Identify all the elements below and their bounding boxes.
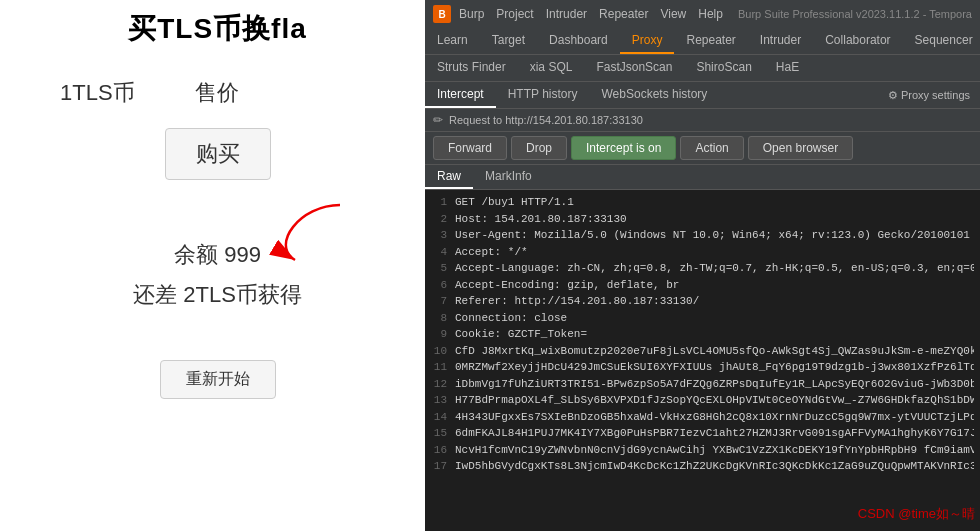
code-line: 4Accept: */* [431,244,974,261]
subtab-raw[interactable]: Raw [425,165,473,189]
code-line: 144H343UFgxxEs7SXIeBnDzoGB5hxaWd-VkHxzG8… [431,409,974,426]
code-line: 7Referer: http://154.201.80.187:33130/ [431,293,974,310]
line-number: 17 [431,458,447,475]
menu-burp[interactable]: Burp [459,7,484,21]
line-content: NcvH1fcmVnC19yZWNvbnN0cnVjdG9ycnAwCihj Y… [455,444,974,456]
line-content: CfD J8MxrtKq_wixBomutzp2020e7uF8jLsVCL4O… [455,345,974,357]
tab-proxy[interactable]: Proxy [620,28,675,54]
code-line: 13H77BdPrmapOXL4f_SLbSy6BXVPXD1fJzSopYQc… [431,392,974,409]
watermark: CSDN @time如～晴 [858,505,975,523]
code-line: 3User-Agent: Mozilla/5.0 (Windows NT 10.… [431,227,974,244]
drop-button[interactable]: Drop [511,136,567,160]
code-line: 12iDbmVg17fUhZiURT3TRI51-BPw6zpSo5A7dFZQ… [431,376,974,393]
tab-target[interactable]: Target [480,28,537,54]
line-content: Accept-Encoding: gzip, deflate, br [455,279,679,291]
request-bar: ✏ Request to http://154.201.80.187:33130 [425,109,980,132]
tab-dashboard[interactable]: Dashboard [537,28,620,54]
intercept-on-button[interactable]: Intercept is on [571,136,676,160]
page-title: 买TLS币换fla [128,10,307,48]
subtab-markinfo[interactable]: MarkInfo [473,165,544,189]
request-url: Request to http://154.201.80.187:33130 [449,114,643,126]
action-button[interactable]: Action [680,136,743,160]
menu-project[interactable]: Project [496,7,533,21]
tab-learn[interactable]: Learn [425,28,480,54]
line-number: 10 [431,343,447,360]
line-content: IwD5hbGVydCgxKTs8L3NjcmIwD4KcDcKc1ZhZ2UK… [455,460,974,472]
tab-hae[interactable]: HaE [764,55,811,81]
window-title: Burp Suite Professional v2023.11.1.2 - T… [738,8,972,20]
line-content: Accept-Language: zh-CN, zh;q=0.8, zh-TW;… [455,262,974,274]
buy-button[interactable]: 购买 [165,128,271,180]
line-number: 2 [431,211,447,228]
line-content: 6dmFKAJL84H1PUJ7MK4IY7XBg0PuHsPBR7IezvC1… [455,427,974,439]
code-line: 110MRZMwf2XeyjjHDcU429JmCSuEkSUI6XYFXIUU… [431,359,974,376]
tab-row-1: Learn Target Dashboard Proxy Repeater In… [425,28,980,55]
forward-button[interactable]: Forward [433,136,507,160]
code-line: 6Accept-Encoding: gzip, deflate, br [431,277,974,294]
tab-struts[interactable]: Struts Finder [425,55,518,81]
tab-websockets[interactable]: WebSockets history [590,82,720,108]
code-line: 17IwD5hbGVydCgxKTs8L3NjcmIwD4KcDcKc1ZhZ2… [431,458,974,475]
sale-label: 售价 [195,78,239,108]
price-label: 1TLS币 [60,78,135,108]
tab-http-history[interactable]: HTTP history [496,82,590,108]
line-content: Connection: close [455,312,567,324]
burp-suite-panel: B Burp Project Intruder Repeater View He… [425,0,980,531]
tab-repeater[interactable]: Repeater [674,28,747,54]
burp-logo: B [433,5,451,23]
line-number: 12 [431,376,447,393]
line-number: 3 [431,227,447,244]
line-number: 6 [431,277,447,294]
titlebar: B Burp Project Intruder Repeater View He… [425,0,980,28]
menu-view[interactable]: View [660,7,686,21]
line-content: GET /buy1 HTTP/1.1 [455,196,574,208]
tab-sequencer[interactable]: Sequencer [903,28,980,54]
open-browser-button[interactable]: Open browser [748,136,853,160]
left-panel: 买TLS币换fla 1TLS币 售价 购买 余额 999 还差 2TLS币获得 … [0,0,435,531]
menu-intruder[interactable]: Intruder [546,7,587,21]
buy-button-wrapper: 购买 [165,128,271,180]
balance-text: 余额 999 [174,240,261,270]
tab-row-2: Struts Finder xia SQL FastJsonScan Shiro… [425,55,980,82]
restart-button[interactable]: 重新开始 [160,360,276,399]
diff-text: 还差 2TLS币获得 [133,280,302,310]
line-number: 8 [431,310,447,327]
tab-sql[interactable]: xia SQL [518,55,585,81]
request-content: 1GET /buy1 HTTP/1.12Host: 154.201.80.187… [425,190,980,531]
line-number: 14 [431,409,447,426]
line-content: H77BdPrmapOXL4f_SLbSy6BXVPXD1fJzSopYQcEX… [455,394,974,406]
line-number: 13 [431,392,447,409]
line-number: 1 [431,194,447,211]
tab-fastjson[interactable]: FastJsonScan [584,55,684,81]
proxy-settings-button[interactable]: ⚙ Proxy settings [878,85,980,106]
code-line: 8Connection: close [431,310,974,327]
code-line: 10CfD J8MxrtKq_wixBomutzp2020e7uF8jLsVCL… [431,343,974,360]
pencil-icon: ✏ [433,113,443,127]
line-content: 4H343UFgxxEs7SXIeBnDzoGB5hxaWd-VkHxzG8HG… [455,411,974,423]
code-line: 1GET /buy1 HTTP/1.1 [431,194,974,211]
tab-intercept[interactable]: Intercept [425,82,496,108]
line-content: Accept: */* [455,246,528,258]
code-line: 156dmFKAJL84H1PUJ7MK4IY7XBg0PuHsPBR7Iezv… [431,425,974,442]
line-content: Host: 154.201.80.187:33130 [455,213,627,225]
menu-bar: Burp Project Intruder Repeater View Help [459,7,723,21]
tab-collaborator[interactable]: Collaborator [813,28,902,54]
menu-help[interactable]: Help [698,7,723,21]
code-line: 2Host: 154.201.80.187:33130 [431,211,974,228]
line-number: 15 [431,425,447,442]
titlebar-left: B Burp Project Intruder Repeater View He… [433,5,723,23]
tab-shiroscan[interactable]: ShiroScan [684,55,763,81]
code-line: 16NcvH1fcmVnC19yZWNvbnN0cnVjdG9ycnAwCihj… [431,442,974,459]
line-content: Referer: http://154.201.80.187:33130/ [455,295,699,307]
price-row: 1TLS币 售价 [0,78,239,108]
action-bar: Forward Drop Intercept is on Action Open… [425,132,980,165]
line-content: 0MRZMwf2XeyjjHDcU429JmCSuEkSUI6XYFXIUUs … [455,361,974,373]
line-number: 5 [431,260,447,277]
tab-intruder[interactable]: Intruder [748,28,813,54]
line-number: 16 [431,442,447,459]
line-number: 9 [431,326,447,343]
line-content: Cookie: GZCTF_Token= [455,328,587,340]
menu-repeater[interactable]: Repeater [599,7,648,21]
code-line: 5Accept-Language: zh-CN, zh;q=0.8, zh-TW… [431,260,974,277]
line-content: iDbmVg17fUhZiURT3TRI51-BPw6zpSo5A7dFZQg6… [455,378,974,390]
